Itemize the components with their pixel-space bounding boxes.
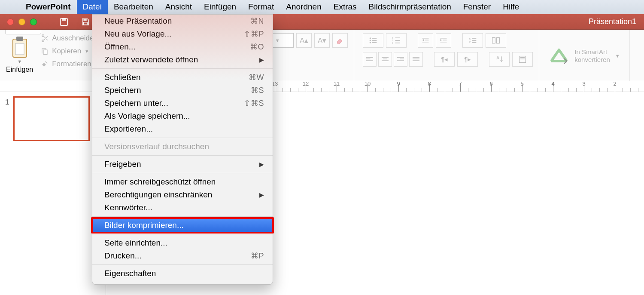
menu-item[interactable]: Als Vorlage speichern... xyxy=(92,110,273,123)
increase-font-button[interactable]: A▴ xyxy=(296,33,312,48)
clear-formatting-button[interactable] xyxy=(332,33,348,48)
save-icon[interactable] xyxy=(81,17,90,27)
columns-icon xyxy=(492,37,500,44)
menu-item[interactable]: Speichern unter...⇧⌘S xyxy=(92,97,273,110)
window-zoom-button[interactable] xyxy=(30,18,37,25)
menu-item[interactable]: Neue Präsentation⌘N xyxy=(92,15,273,28)
ltr-button[interactable]: ¶▸ xyxy=(457,52,478,67)
align-left-button[interactable] xyxy=(363,52,377,67)
menu-item[interactable]: Seite einrichten... xyxy=(92,237,273,249)
menu-item[interactable]: Zuletzt verwendete öffnen▶ xyxy=(92,53,273,66)
bullets-button[interactable] xyxy=(363,33,383,48)
align-right-button[interactable] xyxy=(394,52,407,67)
align-center-button[interactable] xyxy=(378,52,392,67)
scissors-icon xyxy=(41,34,49,42)
slide-thumbnail-panel[interactable]: 1 xyxy=(0,92,106,295)
ruler-number: 12 xyxy=(303,81,309,87)
menubar-item-bildschirmpraesentation[interactable]: Bildschirmpräsentation xyxy=(363,0,457,14)
file-menu-dropdown: Neue Präsentation⌘NNeu aus Vorlage...⇧⌘P… xyxy=(92,14,273,285)
menu-item-label: Neu aus Vorlage... xyxy=(104,29,171,39)
numbering-button[interactable]: 123 xyxy=(386,33,407,48)
menu-item[interactable]: Neu aus Vorlage...⇧⌘P xyxy=(92,28,273,40)
menubar-item-anordnen[interactable]: Anordnen xyxy=(280,0,327,14)
svg-rect-36 xyxy=(382,57,389,58)
decrease-indent-button[interactable] xyxy=(418,33,433,48)
ruler-number: 5 xyxy=(520,81,523,87)
columns-button[interactable] xyxy=(486,33,506,48)
menu-item-label: Drucken... xyxy=(104,251,142,261)
menubar-item-extras[interactable]: Extras xyxy=(328,0,363,14)
svg-rect-30 xyxy=(472,42,477,43)
paste-button[interactable]: ▼ Einfügen xyxy=(6,36,33,74)
svg-rect-13 xyxy=(372,40,377,41)
menu-item[interactable]: Berechtigungen einschränken▶ xyxy=(92,188,273,201)
menubar-item-format[interactable]: Format xyxy=(242,0,280,14)
slide-number: 1 xyxy=(5,98,9,141)
window-minimize-button[interactable] xyxy=(18,18,25,25)
menubar-app-name[interactable]: PowerPoint xyxy=(20,0,77,14)
increase-indent-button[interactable] xyxy=(436,33,451,48)
vertical-text-button[interactable]: A xyxy=(489,52,510,67)
menu-item-shortcut: ⌘O xyxy=(250,42,264,52)
format-painter-button[interactable]: Formatieren xyxy=(41,60,98,68)
menu-item-label: Kennwörter... xyxy=(104,203,152,212)
menu-item[interactable]: Bilder komprimieren... xyxy=(92,219,273,232)
copy-button[interactable]: Kopieren ▼ xyxy=(41,47,98,55)
svg-rect-35 xyxy=(366,60,373,61)
align-text-button[interactable] xyxy=(512,52,533,67)
menu-item-label: Speichern unter... xyxy=(104,98,168,108)
menubar-item-datei[interactable]: Datei xyxy=(77,0,108,14)
ruler-number: 2 xyxy=(613,81,616,87)
menu-item-shortcut: ⌘W xyxy=(249,73,264,82)
justify-button[interactable] xyxy=(409,52,423,67)
menu-item[interactable]: Drucken...⌘P xyxy=(92,249,273,262)
quick-access-toolbar xyxy=(59,17,90,27)
decrease-font-icon: A▾ xyxy=(318,36,326,45)
svg-rect-31 xyxy=(492,37,495,43)
line-spacing-button[interactable] xyxy=(462,33,483,48)
menu-item[interactable]: Speichern⌘S xyxy=(92,84,273,97)
svg-rect-1 xyxy=(62,18,66,21)
menubar-item-fenster[interactable]: Fenster xyxy=(457,0,497,14)
convert-to-smartart-button[interactable]: In SmartArt konvertieren ▼ xyxy=(549,46,620,65)
ruler-number: 4 xyxy=(551,81,554,87)
menu-item[interactable]: Schließen⌘W xyxy=(92,71,273,84)
svg-rect-6 xyxy=(16,37,23,41)
svg-rect-9 xyxy=(43,50,47,55)
decrease-font-button[interactable]: A▾ xyxy=(314,33,330,48)
active-ribbon-tab-indicator xyxy=(5,30,41,34)
cut-button[interactable]: Ausschneiden xyxy=(41,34,98,43)
ltr-icon: ¶▸ xyxy=(464,55,471,63)
menu-item-label: Schließen xyxy=(104,73,141,82)
svg-rect-32 xyxy=(497,37,500,43)
quicksave-file-icon[interactable] xyxy=(59,17,69,27)
menu-item-shortcut: ⌘N xyxy=(250,16,264,26)
smartart-label-line1: In SmartArt xyxy=(574,48,610,55)
menu-item-label: Bilder komprimieren... xyxy=(104,221,184,230)
ribbon-paragraph-group: 123 ¶◂ ¶ xyxy=(354,30,539,81)
text-direction-button[interactable]: ¶◂ xyxy=(434,52,455,67)
slide-thumbnail[interactable] xyxy=(13,96,90,141)
window-close-button[interactable] xyxy=(7,18,14,25)
align-center-icon xyxy=(382,56,389,62)
svg-point-14 xyxy=(370,42,371,43)
menu-item[interactable]: Freigeben▶ xyxy=(92,158,273,171)
menubar-item-ansicht[interactable]: Ansicht xyxy=(159,0,198,14)
menubar-item-hilfe[interactable]: Hilfe xyxy=(497,0,525,14)
svg-rect-27 xyxy=(440,42,447,43)
svg-text:A: A xyxy=(497,55,500,60)
ruler-number: 8 xyxy=(428,81,431,87)
menubar-item-einfuegen[interactable]: Einfügen xyxy=(198,0,242,14)
menu-item-label: Freigeben xyxy=(104,160,141,169)
menu-item-label: Berechtigungen einschränken xyxy=(104,190,212,200)
menu-item[interactable]: Öffnen...⌘O xyxy=(92,40,273,53)
svg-rect-17 xyxy=(395,37,400,38)
menu-item-label: Exportieren... xyxy=(104,124,153,134)
menu-item[interactable]: Kennwörter... xyxy=(92,201,273,214)
svg-rect-34 xyxy=(366,58,371,59)
menu-item[interactable]: Eigenschaften xyxy=(92,267,273,280)
menubar-item-bearbeiten[interactable]: Bearbeiten xyxy=(108,0,159,14)
menu-item[interactable]: Exportieren... xyxy=(92,123,273,135)
slide-thumbnail-row[interactable]: 1 xyxy=(5,96,100,141)
menu-item[interactable]: Immer schreibgeschützt öffnen xyxy=(92,175,273,188)
